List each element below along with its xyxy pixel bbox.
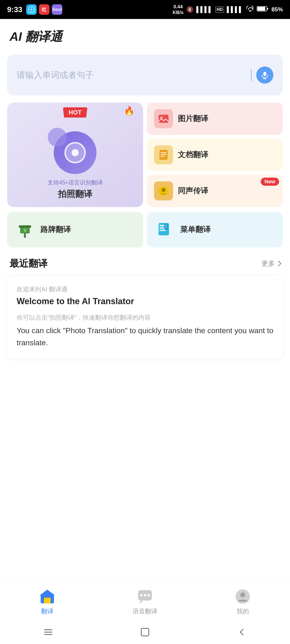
status-app-icons: 红 Soul [26,4,62,15]
translate-nav-label: 翻译 [41,607,54,616]
recent-title: 最近翻译 [10,257,48,270]
image-translation-label: 图片翻译 [178,114,208,124]
nav-item-translate[interactable]: 翻译 [38,588,57,616]
profile-nav-label: 我的 [236,607,249,616]
right-feature-cards: 图片翻译 文档翻译 [147,102,283,207]
back-sys-btn[interactable] [235,625,249,639]
translate-nav-icon [38,588,57,605]
svg-rect-19 [19,225,31,228]
voice-translation-card[interactable]: 同声传译 New [147,175,283,207]
photo-sub-text: 支持45+语言识别翻译 [48,179,103,186]
sign-translation-card[interactable]: 宝 路牌翻译 [7,212,143,248]
signal-icon-2: ▌▌▌▌ [227,6,243,13]
more-link[interactable]: 更多 [261,259,280,268]
photo-translation-card[interactable]: HOT 🔥 支持45+语言识别翻译 拍照翻译 [7,102,143,207]
wifi-icon [246,6,254,13]
voice-translation-label: 同声传译 [178,186,208,196]
battery-icon [257,6,269,13]
photo-main-label: 拍照翻译 [58,188,92,200]
sign-icon: 宝 [14,219,36,240]
svg-point-34 [140,594,143,596]
svg-rect-7 [263,72,266,76]
chevron-right-icon [275,260,281,266]
svg-text:宝: 宝 [23,228,27,232]
svg-rect-25 [159,230,166,231]
app-wrapper: AI 翻译通 请输入单词或者句子 HOT 🔥 支持45+语言识 [0,19,290,644]
svg-rect-6 [257,7,265,11]
translation-source-label-2: 你可以点击"拍照翻译"，快速翻译你想翻译的内容 [17,314,273,322]
camera-dot [72,149,79,156]
translation-original-text: Welcome to the AI Translator [17,296,273,306]
mute-icon: 🔇 [186,6,193,13]
image-icon [154,109,173,128]
svg-point-3 [249,11,250,12]
nav-item-profile[interactable]: 我的 [233,588,252,616]
app-title: AI 翻译通 [10,28,280,45]
flame-decoration: 🔥 [124,106,135,116]
system-nav [0,620,290,644]
app-header: AI 翻译通 [0,19,290,50]
status-time: 9:33 [7,5,22,14]
bottom-feature-cards: 宝 路牌翻译 菜单翻译 [7,212,283,248]
nav-item-voice-translate[interactable]: 语音翻译 [133,588,157,616]
recent-section-header: 最近翻译 更多 [0,257,290,276]
safari-icon [26,4,37,15]
search-input-area[interactable]: 请输入单词或者句子 [7,54,283,96]
image-translation-card[interactable]: 图片翻译 [147,102,283,135]
document-translation-card[interactable]: 文档翻译 [147,139,283,171]
menu-translation-card[interactable]: 菜单翻译 [147,212,283,248]
svg-rect-26 [164,224,168,229]
bottom-nav: 翻译 语音翻译 我的 [0,581,290,620]
document-icon [154,145,173,164]
soul-app-icon: Soul [52,4,62,15]
status-right: 0.44KB/s 🔇 ▌▌▌▌ HD ▌▌▌▌ 85% [173,4,283,15]
svg-rect-42 [141,628,149,636]
svg-point-35 [144,594,146,596]
menu-sys-btn[interactable] [41,625,55,639]
sign-translation-label: 路牌翻译 [41,224,71,235]
translation-card[interactable]: 欢迎来到AI 翻译通 Welcome to the AI Translator … [7,276,283,358]
search-divider [251,69,251,81]
svg-point-36 [147,594,150,596]
network-speed: 0.44KB/s [173,4,183,15]
red-app-icon: 红 [39,4,50,15]
voice-icon [154,182,173,200]
signal-icon: ▌▌▌▌ [196,6,212,13]
translation-source-label: 欢迎来到AI 翻译通 [17,285,273,294]
camera-inner [64,142,86,163]
bottom-spacer [0,366,290,422]
hd-badge: HD [215,7,224,12]
camera-visual [54,131,97,174]
search-placeholder: 请输入单词或者句子 [17,69,246,81]
svg-rect-10 [159,115,169,123]
svg-point-17 [162,188,165,192]
status-bar: 9:33 红 Soul 0.44KB/s 🔇 ▌▌▌▌ HD ▌▌▌▌ 85% [0,0,290,19]
svg-marker-32 [41,590,54,595]
menu-translation-label: 菜单翻译 [180,224,211,235]
feature-grid: HOT 🔥 支持45+语言识别翻译 拍照翻译 [7,102,283,207]
svg-point-38 [240,592,245,597]
menu-icon [154,219,175,240]
profile-nav-icon [233,588,252,605]
more-text: 更多 [261,259,275,268]
svg-rect-20 [24,234,26,238]
voice-translate-nav-icon [136,588,155,605]
hot-badge: HOT [63,107,88,118]
mic-button[interactable] [256,66,273,84]
document-translation-label: 文档翻译 [178,150,208,160]
svg-rect-30 [44,598,51,604]
voice-translate-nav-label: 语音翻译 [133,607,157,616]
new-badge: New [261,178,279,186]
home-sys-btn[interactable] [138,625,152,639]
battery-percent: 85% [271,6,283,13]
svg-rect-5 [267,8,268,10]
translation-result-text: You can click "Photo Translation" to qui… [17,324,273,349]
